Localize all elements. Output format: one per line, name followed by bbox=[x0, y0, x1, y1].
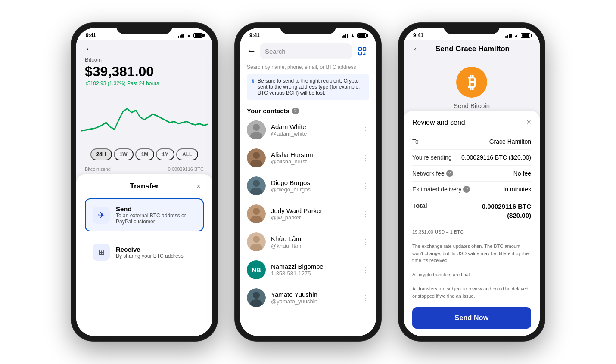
receive-description: By sharing your BTC address bbox=[116, 253, 184, 259]
svg-point-16 bbox=[253, 180, 260, 187]
info-icon: ℹ bbox=[252, 78, 254, 96]
signal-icon-3 bbox=[505, 33, 512, 38]
contact-handle-namazzi: 1-358-581-1275 bbox=[271, 270, 356, 277]
contact-handle-alisha: @alisha_hurst bbox=[271, 158, 356, 165]
disclaimer-review: All transfers are subject to review and … bbox=[412, 285, 531, 299]
review-title: Review and send bbox=[412, 119, 465, 126]
contact-khuu-lam[interactable]: Khừu Lâm @khưu_lâm ⋮ bbox=[240, 228, 376, 256]
contact-yamato-yuushin[interactable]: Yamato Yuushin @yamato_yuushin ⋮ bbox=[240, 284, 376, 312]
sending-value: 0.00029116 BTC ($20.00) bbox=[461, 154, 531, 161]
back-button-3[interactable]: ← bbox=[412, 43, 422, 55]
review-row-to: To Grace Hamilton bbox=[412, 134, 531, 150]
review-row-fee: Network fee ? No fee bbox=[412, 166, 531, 182]
transfer-title: Transfer bbox=[95, 182, 193, 191]
battery-icon-1 bbox=[193, 33, 203, 38]
more-icon-adam[interactable]: ⋮ bbox=[361, 125, 369, 135]
svg-rect-2 bbox=[359, 52, 361, 55]
avatar-adam bbox=[247, 120, 266, 139]
svg-point-25 bbox=[253, 292, 260, 299]
contact-name-khuu: Khừu Lâm bbox=[271, 235, 356, 243]
status-icons-3: ▲ bbox=[505, 33, 530, 38]
contact-namazzi-bigombe[interactable]: NB Namazzi Bigombe 1-358-581-1275 ⋮ bbox=[240, 256, 376, 284]
tab-24h[interactable]: 24H bbox=[90, 148, 112, 160]
coin-label-1: Bitcoin bbox=[76, 55, 212, 63]
qr-button[interactable] bbox=[355, 44, 369, 58]
contact-name-judy: Judy Ward Parker bbox=[271, 207, 356, 214]
more-icon-diego[interactable]: ⋮ bbox=[361, 181, 369, 191]
svg-rect-1 bbox=[363, 48, 366, 50]
p1-nav: ← bbox=[76, 40, 212, 55]
price-chart-svg bbox=[81, 89, 208, 145]
review-modal: Review and send × To Grace Hamilton You'… bbox=[404, 111, 540, 336]
svg-rect-0 bbox=[359, 48, 361, 50]
back-button-2[interactable]: ← bbox=[247, 46, 256, 57]
time-tabs-1: 24H 1W 1M 1Y ALL bbox=[76, 145, 212, 164]
review-row-sending: You're sending 0.00029116 BTC ($20.00) bbox=[412, 150, 531, 166]
contact-name-namazzi: Namazzi Bigombe bbox=[271, 263, 356, 270]
review-row-delivery: Estimated delivery ? In minutes bbox=[412, 182, 531, 197]
svg-point-19 bbox=[253, 208, 260, 215]
avatar-yamato bbox=[247, 288, 266, 307]
disclaimer-exchange: The exchange rate updates often. The BTC… bbox=[412, 243, 531, 264]
contact-alisha-hurston[interactable]: Alisha Hurston @alisha_hurst ⋮ bbox=[240, 144, 376, 172]
contact-name-alisha: Alisha Hurston bbox=[271, 151, 356, 158]
tab-1w[interactable]: 1W bbox=[114, 148, 134, 160]
avatar-diego bbox=[247, 176, 266, 195]
more-icon-alisha[interactable]: ⋮ bbox=[361, 153, 369, 163]
svg-point-10 bbox=[253, 124, 260, 131]
transfer-close-button[interactable]: × bbox=[193, 181, 204, 191]
contact-adam-white[interactable]: Adam White @adam_white ⋮ bbox=[240, 116, 376, 144]
p2-nav: ← Search bbox=[240, 40, 376, 62]
send-option[interactable]: ✈ Send To an external BTC address or Pay… bbox=[85, 198, 204, 231]
receive-option[interactable]: ⊞ Receive By sharing your BTC address bbox=[85, 237, 204, 268]
phone-2: 9:41 ▲ ← Search bbox=[235, 23, 381, 341]
more-icon-namazzi[interactable]: ⋮ bbox=[361, 265, 369, 275]
review-close-button[interactable]: × bbox=[526, 118, 531, 127]
contact-diego-burgos[interactable]: Diego Burgos @diego_burgos ⋮ bbox=[240, 172, 376, 200]
notch-3 bbox=[444, 23, 500, 34]
time-1: 9:41 bbox=[86, 32, 96, 38]
network-fee-help[interactable]: ? bbox=[446, 170, 453, 177]
tab-1m[interactable]: 1M bbox=[135, 148, 155, 160]
more-icon-yamato[interactable]: ⋮ bbox=[361, 293, 369, 302]
contact-info-judy: Judy Ward Parker @jw_parker bbox=[271, 207, 356, 221]
svg-point-22 bbox=[253, 236, 260, 243]
btc-send-label: Send Bitcoin bbox=[454, 102, 490, 109]
more-icon-judy[interactable]: ⋮ bbox=[361, 209, 369, 219]
review-header: Review and send × bbox=[412, 118, 531, 127]
transfer-modal-header: Transfer × bbox=[85, 181, 204, 191]
status-icons-2: ▲ bbox=[342, 33, 367, 38]
tab-1y[interactable]: 1Y bbox=[156, 148, 174, 160]
send-description: To an external BTC address or PayPal cus… bbox=[116, 213, 196, 225]
sending-label: You're sending bbox=[412, 154, 452, 161]
send-now-button[interactable]: Send Now bbox=[412, 307, 531, 329]
delivery-help[interactable]: ? bbox=[463, 186, 470, 193]
contact-handle-adam: @adam_white bbox=[271, 130, 356, 137]
battery-icon-2 bbox=[357, 33, 367, 38]
p3-page-title: Send Grace Hamilton bbox=[427, 45, 518, 53]
phone-3: 9:41 ▲ ← Send Grace Hamilton bbox=[398, 23, 545, 341]
more-icon-khuu[interactable]: ⋮ bbox=[361, 237, 369, 247]
btc-row-1: Bitcoin send 0.00029116 BTC bbox=[76, 164, 212, 174]
back-button-1[interactable]: ← bbox=[85, 43, 94, 54]
btc-area: ₿ Send Bitcoin bbox=[404, 58, 540, 111]
contact-name-adam: Adam White bbox=[271, 123, 356, 130]
btc-circle-icon: ₿ bbox=[456, 67, 487, 98]
to-value: Grace Hamilton bbox=[489, 138, 531, 145]
wifi-icon-3: ▲ bbox=[514, 33, 519, 38]
contact-info-yamato: Yamato Yuushin @yamato_yuushin bbox=[271, 291, 356, 305]
delivery-value: In minutes bbox=[503, 186, 531, 193]
search-input[interactable]: Search bbox=[260, 43, 352, 59]
contact-list: Adam White @adam_white ⋮ bbox=[240, 116, 376, 336]
contact-info-alisha: Alisha Hurston @alisha_hurst bbox=[271, 151, 356, 165]
btc-symbol: ₿ bbox=[468, 73, 476, 92]
time-2: 9:41 bbox=[249, 32, 260, 38]
contact-name-yamato: Yamato Yuushin bbox=[271, 291, 356, 298]
wifi-icon-1: ▲ bbox=[187, 33, 191, 38]
receive-icon: ⊞ bbox=[93, 244, 110, 261]
btc-row-label: Bitcoin send bbox=[85, 167, 111, 172]
review-row-total: Total 0.00029116 BTC($20.00) bbox=[412, 197, 531, 224]
tab-all[interactable]: ALL bbox=[176, 148, 198, 160]
help-icon[interactable]: ? bbox=[292, 108, 299, 114]
contact-judy-ward-parker[interactable]: Judy Ward Parker @jw_parker ⋮ bbox=[240, 200, 376, 228]
